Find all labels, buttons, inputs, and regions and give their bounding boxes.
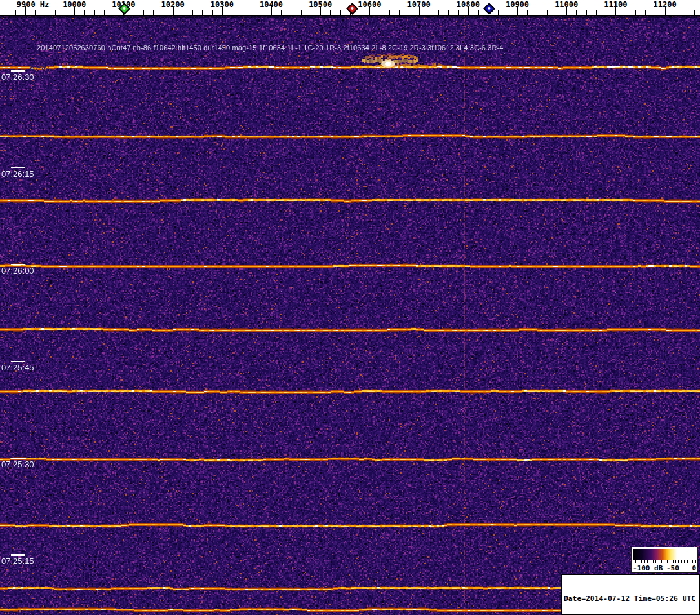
freq-tick — [65, 10, 65, 15]
freq-tick — [360, 10, 360, 15]
colorbar-tick — [641, 560, 642, 563]
freq-tick — [242, 10, 242, 15]
freq-tick — [389, 10, 390, 15]
colorbar-tick — [692, 560, 693, 563]
freq-tick — [586, 10, 587, 15]
colorbar-tick — [635, 560, 636, 563]
freq-tick — [576, 10, 577, 15]
freq-tick-label: 10500 — [309, 0, 332, 9]
colorbar-tick — [661, 560, 662, 563]
colorbar-tick — [650, 560, 650, 563]
freq-tick — [291, 10, 291, 15]
freq-tick — [557, 10, 557, 15]
freq-tick-label: 9900 Hz — [17, 0, 50, 9]
freq-tick — [380, 10, 380, 15]
colorbar-min-label: -100 dB — [633, 564, 663, 572]
freq-tick — [84, 10, 85, 15]
spectrogram-app-window: 9900 Hz100001010010200103001040010500106… — [0, 0, 700, 615]
time-tick — [11, 458, 25, 459]
marker-red-diamond[interactable] — [346, 3, 358, 14]
freq-tick — [232, 10, 232, 15]
colorbar-tick — [659, 560, 659, 563]
freq-tick — [478, 10, 479, 15]
spectrogram-canvas — [0, 15, 700, 615]
colorbar-tick — [667, 560, 668, 563]
colorbar-tick — [673, 560, 674, 563]
freq-tick — [6, 10, 6, 15]
freq-tick-label: 10000 — [63, 0, 86, 9]
freq-tick — [134, 10, 134, 15]
freq-tick-label: 10800 — [457, 0, 480, 9]
freq-tick — [527, 10, 528, 15]
time-label: 07:26:00 — [1, 266, 34, 276]
time-label: 07:25:30 — [1, 459, 34, 469]
freq-tick — [311, 10, 311, 15]
colorbar-tick — [644, 560, 645, 563]
time-tick — [11, 361, 25, 362]
freq-tick — [340, 10, 341, 15]
colorbar-gradient — [633, 549, 696, 560]
freq-tick — [301, 10, 302, 15]
freq-tick — [606, 10, 606, 15]
freq-tick-label: 10700 — [407, 0, 431, 9]
freq-tick — [635, 10, 636, 15]
freq-tick — [35, 10, 36, 15]
freq-tick — [94, 10, 95, 15]
time-label: 07:26:15 — [1, 169, 34, 179]
freq-tick — [675, 10, 675, 15]
freq-tick — [163, 10, 163, 15]
freq-tick-label: 10200 — [161, 0, 185, 9]
detection-annotation: 20140712052630760 hCnt47 nb-86 f10642 hi… — [37, 44, 504, 52]
marker-blue-diamond[interactable] — [483, 3, 495, 14]
freq-tick — [153, 10, 154, 15]
colorbar-tick — [695, 560, 696, 563]
colorbar-tick — [653, 560, 654, 563]
freq-tick — [458, 10, 459, 15]
colorbar-tick — [684, 560, 685, 563]
freq-tick — [429, 10, 429, 15]
colorbar-tick — [681, 560, 682, 563]
freq-tick-label: 10900 — [506, 0, 529, 9]
intensity-colorbar: -100 dB -50 0 — [631, 547, 698, 573]
colorbar-tick — [655, 560, 656, 563]
freq-tick — [143, 10, 144, 15]
freq-tick — [537, 10, 537, 15]
freq-tick — [15, 10, 16, 15]
freq-tick — [262, 10, 262, 15]
freq-tick — [55, 10, 56, 15]
freq-tick — [192, 10, 193, 15]
colorbar-tick — [670, 560, 670, 563]
colorbar-tick — [690, 560, 690, 563]
freq-tick — [104, 10, 105, 15]
time-tick — [11, 70, 25, 72]
observation-info-box: Date=2014-07-12 Time=05:26 UTC Freq=143 … — [561, 574, 700, 615]
freq-tick — [45, 10, 45, 15]
time-label: 07:26:30 — [1, 72, 34, 82]
freq-tick-label: 11100 — [604, 0, 627, 9]
freq-tick — [252, 10, 252, 15]
freq-tick — [645, 10, 646, 15]
colorbar-ticks — [633, 560, 696, 564]
colorbar-tick — [675, 560, 676, 563]
freq-tick — [655, 10, 655, 15]
freq-tick — [508, 10, 508, 15]
time-tick — [11, 554, 25, 556]
time-label: 07:25:15 — [1, 556, 34, 566]
colorbar-labels: -100 dB -50 0 — [633, 564, 696, 572]
freq-tick-label: 10400 — [260, 0, 283, 9]
freq-tick — [498, 10, 499, 15]
freq-tick-label: 11200 — [654, 0, 677, 9]
freq-tick-label: 11000 — [555, 0, 578, 9]
freq-tick — [330, 10, 331, 15]
event-time-offset-label: Δt+30 — [30, 63, 49, 71]
freq-tick — [183, 10, 183, 15]
colorbar-mid-label: -50 — [666, 564, 679, 572]
frequency-ruler: 9900 Hz100001010010200103001040010500106… — [0, 0, 700, 16]
freq-tick — [399, 10, 400, 15]
freq-tick — [596, 10, 597, 15]
freq-tick — [409, 10, 409, 15]
colorbar-tick — [678, 560, 679, 563]
freq-tick — [626, 10, 626, 15]
info-date-time: Date=2014-07-12 Time=05:26 UTC — [564, 594, 697, 603]
freq-tick — [685, 10, 685, 15]
